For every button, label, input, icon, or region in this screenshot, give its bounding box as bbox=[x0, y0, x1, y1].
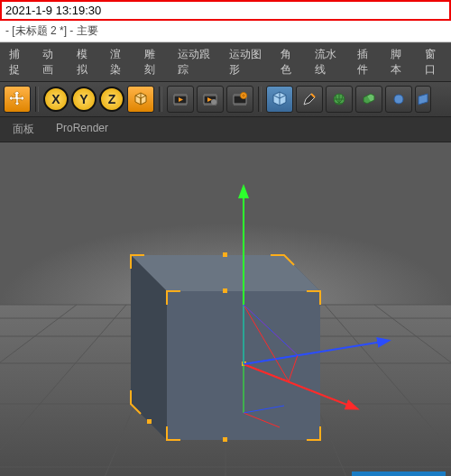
render-queue-button[interactable] bbox=[226, 86, 253, 113]
plane-icon bbox=[417, 91, 429, 107]
render-view-button[interactable] bbox=[167, 86, 194, 113]
move-tool-button[interactable] bbox=[4, 86, 31, 113]
quad-sphere-icon bbox=[331, 91, 347, 107]
menu-plugins[interactable]: 插件 bbox=[352, 45, 380, 79]
array-icon bbox=[361, 91, 377, 107]
svg-rect-5 bbox=[204, 94, 216, 96]
boolean-icon bbox=[391, 91, 407, 107]
svg-rect-11 bbox=[234, 104, 246, 105]
toolbar-separator bbox=[35, 87, 39, 112]
3d-viewport[interactable]: 溜溜自学 zixue.3d66.com bbox=[0, 142, 451, 476]
menu-character[interactable]: 角色 bbox=[275, 45, 303, 79]
array-button[interactable] bbox=[355, 86, 382, 113]
viewport-scene bbox=[0, 142, 451, 476]
svg-rect-29 bbox=[223, 252, 227, 257]
timestamp-bar: 2021-1-9 13:19:30 bbox=[0, 0, 451, 21]
subdivision-button[interactable] bbox=[326, 86, 353, 113]
tab-panel[interactable]: 面板 bbox=[9, 120, 38, 139]
toolbar-separator bbox=[159, 87, 162, 112]
menu-capture[interactable]: 捕捉 bbox=[4, 45, 32, 79]
spline-pen-button[interactable] bbox=[296, 86, 323, 113]
main-toolbar: X Y Z bbox=[0, 82, 451, 117]
film-options-icon bbox=[232, 91, 248, 107]
svg-rect-30 bbox=[223, 288, 227, 293]
menu-animation[interactable]: 动画 bbox=[37, 45, 65, 79]
coord-system-button[interactable] bbox=[127, 86, 154, 113]
plane-button[interactable] bbox=[415, 86, 431, 113]
menu-pipeline[interactable]: 流水线 bbox=[309, 45, 346, 79]
svg-rect-2 bbox=[174, 104, 187, 105]
toolbar-separator bbox=[258, 87, 262, 112]
viewport-tabs: 面板 ProRender bbox=[0, 117, 451, 142]
cube-light-icon bbox=[271, 90, 289, 108]
menu-script[interactable]: 脚本 bbox=[385, 45, 413, 79]
menu-motion-tracking[interactable]: 运动跟踪 bbox=[172, 45, 218, 79]
svg-point-8 bbox=[211, 99, 216, 105]
axis-x-toggle[interactable]: X bbox=[43, 87, 69, 112]
axis-y-toggle[interactable]: Y bbox=[71, 87, 97, 112]
main-menu-bar: 捕捉 动画 模拟 渲染 雕刻 运动跟踪 运动图形 角色 流水线 插件 脚本 窗口 bbox=[0, 42, 451, 82]
render-settings-button[interactable] bbox=[197, 86, 224, 113]
watermark-badge: 溜溜自学 zixue.3d66.com bbox=[352, 471, 446, 476]
cube-primitive-icon bbox=[133, 91, 149, 107]
svg-rect-32 bbox=[223, 437, 227, 442]
pen-icon bbox=[301, 91, 318, 107]
menu-sculpt[interactable]: 雕刻 bbox=[139, 45, 167, 79]
axis-z-toggle[interactable]: Z bbox=[99, 87, 124, 112]
menu-window[interactable]: 窗口 bbox=[419, 45, 447, 79]
window-title: - [未标题 2 *] - 主要 bbox=[5, 24, 98, 37]
film-settings-icon bbox=[202, 91, 218, 107]
svg-rect-33 bbox=[147, 419, 152, 424]
primitive-cube-button[interactable] bbox=[266, 86, 293, 113]
film-icon bbox=[172, 91, 189, 107]
window-title-bar: - [未标题 2 *] - 主要 bbox=[0, 21, 451, 42]
timestamp-text: 2021-1-9 13:19:30 bbox=[5, 4, 101, 17]
cube-object[interactable] bbox=[131, 252, 320, 442]
boolean-button[interactable] bbox=[385, 86, 412, 113]
svg-rect-1 bbox=[174, 94, 187, 96]
menu-simulate[interactable]: 模拟 bbox=[71, 45, 99, 79]
move-icon bbox=[8, 90, 26, 108]
menu-render[interactable]: 渲染 bbox=[105, 45, 133, 79]
tab-prorender[interactable]: ProRender bbox=[52, 120, 112, 139]
menu-mograph[interactable]: 运动图形 bbox=[224, 45, 270, 79]
